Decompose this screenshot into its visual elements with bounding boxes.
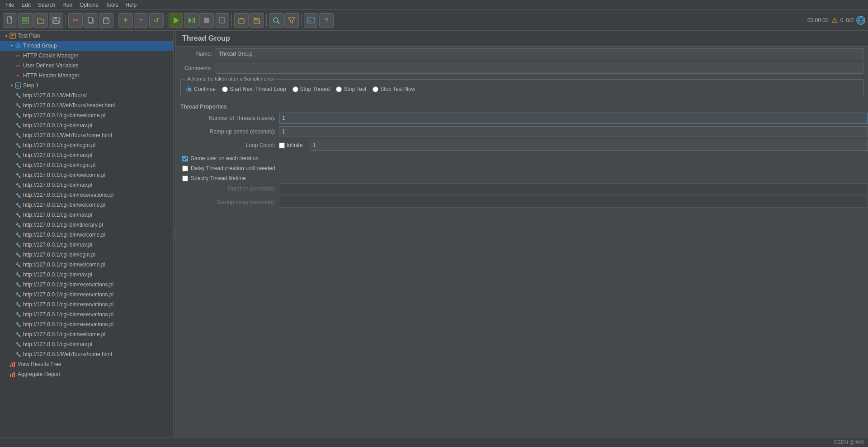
tree-item-req23[interactable]: 🔧 http://127.0.0.1/cgi-bin/reservations.… bbox=[0, 309, 173, 319]
tree-item-req11[interactable]: 🔧 http://127.0.0.1/cgi-bin/reservations.… bbox=[0, 190, 173, 200]
duration-input[interactable] bbox=[279, 183, 868, 194]
specify-lifetime-option[interactable]: Specify Thread lifetime bbox=[182, 175, 862, 181]
globe-icon[interactable] bbox=[856, 16, 865, 25]
infinite-checkbox-label[interactable]: Infinite bbox=[279, 142, 302, 148]
radio-stop-thread-input[interactable] bbox=[292, 86, 298, 92]
clear-all-button[interactable]: ↺ bbox=[149, 13, 164, 28]
tree-item-req18[interactable]: 🔧 http://127.0.0.1/cgi-bin/welcome.pl bbox=[0, 260, 173, 270]
tree-item-step1[interactable]: ▾ S Step 1 bbox=[0, 81, 173, 90]
tree-item-req16[interactable]: 🔧 http://127.0.0.1/cgi-bin/nav.pl bbox=[0, 240, 173, 250]
new-button[interactable] bbox=[3, 13, 17, 28]
tree-item-req22[interactable]: 🔧 http://127.0.0.1/cgi-bin/reservations.… bbox=[0, 300, 173, 309]
tree-item-view-results[interactable]: View Results Tree bbox=[0, 359, 173, 369]
radio-stop-test[interactable]: Stop Test bbox=[336, 86, 366, 92]
tree-item-req5[interactable]: 🔧 http://127.0.0.1/WebTours/home.html bbox=[0, 130, 173, 140]
tree-item-req6[interactable]: 🔧 http://127.0.0.1/cgi-bin/login.pl bbox=[0, 140, 173, 150]
startup-delay-input[interactable] bbox=[279, 197, 868, 208]
radio-stop-test-input[interactable] bbox=[336, 86, 342, 92]
tree-item-req1[interactable]: 🔧 http://127.0.0.1/WebTours/ bbox=[0, 90, 173, 100]
tree-item-req4[interactable]: 🔧 http://127.0.0.1/cgi-bin/nav.pl bbox=[0, 120, 173, 130]
clear-results-button[interactable] bbox=[234, 13, 249, 28]
tree-item-req27[interactable]: 🔧 http://127.0.0.1/WebTours/home.html bbox=[0, 349, 173, 359]
tree-item-req17[interactable]: 🔧 http://127.0.0.1/cgi-bin/login.pl bbox=[0, 250, 173, 260]
radio-stop-thread[interactable]: Stop Thread bbox=[292, 86, 330, 92]
tree-item-header-manager[interactable]: ✂ HTTP Header Manager bbox=[0, 71, 173, 81]
comments-row: Comments: bbox=[176, 61, 868, 76]
ramp-up-row: Ramp-up period (seconds): bbox=[176, 126, 868, 137]
svg-rect-11 bbox=[105, 17, 108, 19]
save-button[interactable] bbox=[49, 13, 63, 28]
shutdown-button[interactable] bbox=[215, 13, 229, 28]
clear-all-results-button[interactable] bbox=[250, 13, 264, 28]
menu-options[interactable]: Options bbox=[76, 1, 102, 9]
delay-thread-option[interactable]: Delay Thread creation until needed bbox=[182, 165, 862, 171]
action-section-title: Action to be taken after a Sampler error bbox=[185, 76, 276, 81]
specify-lifetime-checkbox[interactable] bbox=[182, 176, 188, 181]
tree-item-req14[interactable]: 🔧 http://127.0.0.1/cgi-bin/itinerary.pl bbox=[0, 220, 173, 230]
paste-button[interactable] bbox=[99, 13, 113, 28]
tree-item-req15[interactable]: 🔧 http://127.0.0.1/cgi-bin/welcome.pl bbox=[0, 230, 173, 240]
tree-item-req8[interactable]: 🔧 http://127.0.0.1/cgi-bin/login.pl bbox=[0, 160, 173, 170]
menu-edit[interactable]: Edit bbox=[18, 1, 34, 9]
function-helper-button[interactable]: fx bbox=[304, 13, 318, 28]
same-user-option[interactable]: Same user on each iteration bbox=[182, 155, 862, 162]
tree-item-req3[interactable]: 🔧 http://127.0.0.1/cgi-bin/welcome.pl bbox=[0, 110, 173, 120]
menu-tools[interactable]: Tools bbox=[102, 1, 122, 9]
num-threads-input[interactable] bbox=[279, 113, 868, 124]
collapse-arrow-threadgroup[interactable]: ▾ bbox=[9, 43, 14, 48]
menu-file[interactable]: File bbox=[2, 1, 18, 9]
same-user-checkbox[interactable] bbox=[182, 156, 188, 162]
tree-item-req25[interactable]: 🔧 http://127.0.0.1/cgi-bin/welcome.pl bbox=[0, 329, 173, 339]
tree-item-req21[interactable]: 🔧 http://127.0.0.1/cgi-bin/reservations.… bbox=[0, 290, 173, 300]
loop-count-input[interactable] bbox=[310, 140, 868, 151]
tree-item-req7[interactable]: 🔧 http://127.0.0.1/cgi-bin/nav.pl bbox=[0, 150, 173, 160]
tree-item-req24[interactable]: 🔧 http://127.0.0.1/cgi-bin/reservations.… bbox=[0, 319, 173, 329]
tree-item-cookie-manager[interactable]: ✂ HTTP Cookie Manager bbox=[0, 51, 173, 61]
open-button[interactable] bbox=[33, 13, 48, 28]
tree-item-req13[interactable]: 🔧 http://127.0.0.1/cgi-bin/nav.pl bbox=[0, 210, 173, 220]
copy-button[interactable] bbox=[84, 13, 98, 28]
help-button[interactable]: ? bbox=[319, 13, 334, 28]
tree-item-test-plan[interactable]: ▾ Test Plan bbox=[0, 31, 173, 41]
menu-run[interactable]: Run bbox=[59, 1, 76, 9]
radio-continue-input[interactable] bbox=[186, 86, 192, 92]
ramp-up-input[interactable] bbox=[279, 126, 868, 137]
start-button[interactable] bbox=[169, 13, 183, 28]
tree-item-req2[interactable]: 🔧 http://127.0.0.1/WebTours/header.html bbox=[0, 100, 173, 110]
delay-thread-checkbox[interactable] bbox=[182, 166, 188, 171]
tree-item-aggregate[interactable]: Aggregate Report bbox=[0, 369, 173, 379]
name-input[interactable] bbox=[216, 48, 863, 59]
tree-item-req10[interactable]: 🔧 http://127.0.0.1/cgi-bin/nav.pl bbox=[0, 180, 173, 190]
comments-input[interactable] bbox=[216, 63, 863, 74]
req1-label: http://127.0.0.1/WebTours/ bbox=[23, 92, 87, 99]
tree-item-thread-group[interactable]: ▾ Thread Group bbox=[0, 41, 173, 51]
search-button[interactable] bbox=[269, 13, 283, 28]
tree-item-req20[interactable]: 🔧 http://127.0.0.1/cgi-bin/reservations.… bbox=[0, 280, 173, 290]
tree-item-req9[interactable]: 🔧 http://127.0.0.1/cgi-bin/welcome.pl bbox=[0, 170, 173, 180]
tree-item-req26[interactable]: 🔧 http://127.0.0.1/cgi-bin/nav.pl bbox=[0, 339, 173, 349]
req27-label: http://127.0.0.1/WebTours/home.html bbox=[23, 351, 112, 357]
templates-button[interactable] bbox=[18, 13, 33, 28]
menu-help[interactable]: Help bbox=[122, 1, 140, 9]
collapse-arrow-testplan[interactable]: ▾ bbox=[4, 33, 9, 38]
radio-start-next-input[interactable] bbox=[222, 86, 228, 92]
svg-rect-20 bbox=[254, 19, 259, 24]
tree-item-req19[interactable]: 🔧 http://127.0.0.1/cgi-bin/nav.pl bbox=[0, 270, 173, 280]
cut-button[interactable]: ✂ bbox=[68, 13, 83, 28]
start-pauses-button[interactable] bbox=[184, 13, 198, 28]
remove-button[interactable]: − bbox=[134, 13, 148, 28]
radio-continue[interactable]: Continue bbox=[186, 86, 216, 92]
funnel-button[interactable] bbox=[284, 13, 299, 28]
tree-item-user-vars[interactable]: ✂ User Defined Variables bbox=[0, 61, 173, 71]
stop-button[interactable] bbox=[199, 13, 214, 28]
svg-rect-17 bbox=[219, 18, 225, 23]
req25-label: http://127.0.0.1/cgi-bin/welcome.pl bbox=[23, 331, 105, 338]
infinite-checkbox[interactable] bbox=[279, 143, 285, 148]
collapse-arrow-step1[interactable]: ▾ bbox=[9, 83, 14, 88]
add-button[interactable]: + bbox=[118, 13, 133, 28]
radio-stop-test-now-input[interactable] bbox=[373, 86, 378, 92]
radio-start-next[interactable]: Start Next Thread Loop bbox=[222, 86, 286, 92]
tree-item-req12[interactable]: 🔧 http://127.0.0.1/cgi-bin/welcome.pl bbox=[0, 200, 173, 210]
menu-search[interactable]: Search bbox=[34, 1, 59, 9]
radio-stop-test-now[interactable]: Stop Test Now bbox=[373, 86, 415, 92]
